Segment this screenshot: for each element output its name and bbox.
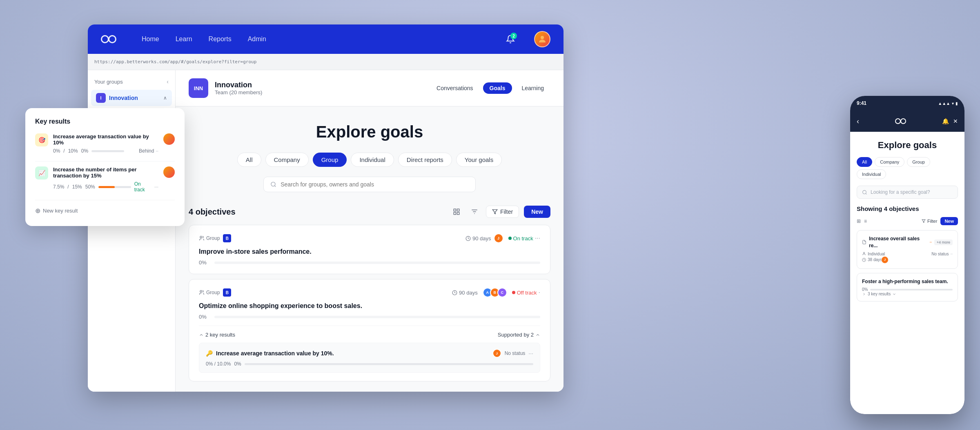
phone-status-icons: ▲▲▲ ▾ ▮ [938,101,958,106]
phone-logo-circle-2 [900,118,906,124]
grid-view-icon[interactable] [450,205,463,218]
kr-target-2: 15% [72,184,82,190]
svg-rect-2 [454,209,456,211]
kr-item-2: 📈 Increase the number of items per trans… [35,166,175,193]
phone-bell-icon[interactable]: 🔔 [942,118,949,124]
kr-name-1: Increase average transaction value by 10… [53,133,158,146]
main-content: INN Innovation Team (20 members) Convers… [176,70,564,392]
status-dot-2 [512,291,515,294]
team-tabs: Conversations Goals Learning [430,82,550,94]
phone-more-tag: +4 more [934,239,953,245]
kr-current-1: 0% [53,148,60,154]
sub-objective-row: 🔑 Increase average transaction value by … [199,343,540,373]
user-avatar[interactable] [534,31,550,47]
phone-logo-circle-1 [895,118,901,124]
kr-dots-1[interactable]: ·· [156,148,158,154]
svg-marker-12 [922,219,925,223]
key-results-popup: Key results 🎯 Increase average transacti… [25,108,185,226]
new-key-result-button[interactable]: ⊕ New key result [35,205,78,216]
sub-menu-icon[interactable]: ··· [528,350,533,357]
phone-card-top-1: Increase overall sales re... ·· +4 more [862,235,953,249]
obj-avatars-2: A B C [483,288,507,297]
phone-logo[interactable] [895,118,906,124]
phone-time: 9:41 [857,100,866,106]
phone-filter-company[interactable]: Company [875,157,904,167]
sub-obj-meta: J No status ··· [492,349,533,358]
progress-wrap-2: 0% [199,314,540,320]
sidebar-item-innovation-active[interactable]: I Innovation ∧ [91,90,172,106]
sidebar-collapse-icon[interactable]: ‹ [167,78,169,85]
nav-home[interactable]: Home [142,35,159,43]
phone-search-text: Looking for a specific goal? [871,189,930,195]
kr-dots-2[interactable]: ··· [154,184,158,190]
svg-rect-5 [457,213,459,215]
supported-by-toggle[interactable]: Supported by 2 [498,332,540,338]
filter-button[interactable]: Filter [486,206,519,218]
key-results-count: 2 key results [205,332,235,338]
phone-card-title-2: Foster a high-performing sales team. [862,278,953,285]
search-goals-input[interactable] [281,181,469,188]
clock-icon [466,236,471,241]
logo[interactable] [101,33,119,45]
obj-menu-icon-1[interactable]: ··· [535,235,540,242]
obj-menu-icon-2[interactable]: · [539,289,540,296]
phone-key-results-label[interactable]: 3 key results [862,292,953,296]
obj-tags-2: Group B [199,288,231,297]
phone-days-text: 38 days [868,257,882,262]
phone-filter-button[interactable]: Filter [922,219,937,224]
phone-no-status-dots: ·· [950,252,953,256]
group-tag-label-2: Group [206,290,220,295]
svg-point-13 [863,252,864,253]
filter-company[interactable]: Company [265,153,309,167]
filter-individual[interactable]: Individual [351,153,394,167]
phone-progress-pct: 0% [862,287,868,292]
new-objective-button[interactable]: New [524,206,550,218]
phone-grid-icon[interactable]: ⊞ [857,218,861,224]
phone-card-title-1: Increase overall sales re... [869,235,930,249]
obj-meta-2: 90 days A B C Off track · [452,288,540,297]
objectives-actions: Filter New [450,205,550,218]
obj-badge-1: B [223,234,231,242]
tab-learning[interactable]: Learning [515,82,551,94]
key-results-toggle[interactable]: 2 key results [199,332,235,338]
tab-goals[interactable]: Goals [483,82,512,94]
nav-admin[interactable]: Admin [248,35,266,43]
kr-bar-bg-2 [98,186,131,188]
filter-direct-reports[interactable]: Direct reports [398,153,452,167]
phone-filter-group[interactable]: Group [907,157,930,167]
kr-divider [35,161,175,162]
owner-avatar-1: J [494,233,503,243]
nav-learn[interactable]: Learn [176,35,192,43]
obj-days-1: 90 days [466,235,491,242]
sub-owner-avatar: J [492,349,501,358]
filter-group[interactable]: Group [313,153,347,167]
phone-progress-bar [870,289,953,290]
goals-area: Explore goals All Company Group Individu… [176,106,564,392]
phone-filter-all[interactable]: All [857,157,872,167]
team-members: Team (20 members) [215,89,423,95]
obj-days-2: 90 days [452,290,478,296]
kr-bar-pct-2: 50% [85,184,95,190]
tab-conversations[interactable]: Conversations [430,82,480,94]
sub-obj-title: Increase average transaction value by 10… [216,350,334,357]
status-text-1: On track [513,235,533,242]
bell-button[interactable]: 2 [503,32,518,47]
chevron-up-icon [535,332,540,337]
svg-rect-4 [454,213,456,215]
filter-icon [492,209,498,215]
explore-goals-title: Explore goals [189,123,550,141]
kr-item-1: 🎯 Increase average transaction value by … [35,133,175,154]
phone-close-icon[interactable]: ✕ [953,118,958,124]
filter-your-goals[interactable]: Your goals [456,153,502,167]
phone-back-button[interactable]: ‹ [857,117,859,126]
filter-all[interactable]: All [237,153,261,167]
phone-status-bar: 9:41 ▲▲▲ ▾ ▮ [850,96,964,111]
phone-sort-icon[interactable]: ≡ [864,218,867,224]
nav-reports[interactable]: Reports [209,35,232,43]
phone-new-button[interactable]: New [940,217,958,225]
sort-icon[interactable] [468,205,481,218]
filter-pills: All Company Group Individual Direct repo… [189,153,550,167]
phone-filter-individual[interactable]: Individual [857,169,886,179]
battery-icon: ▮ [956,101,958,106]
sidebar-item-label: Innovation [109,95,138,101]
